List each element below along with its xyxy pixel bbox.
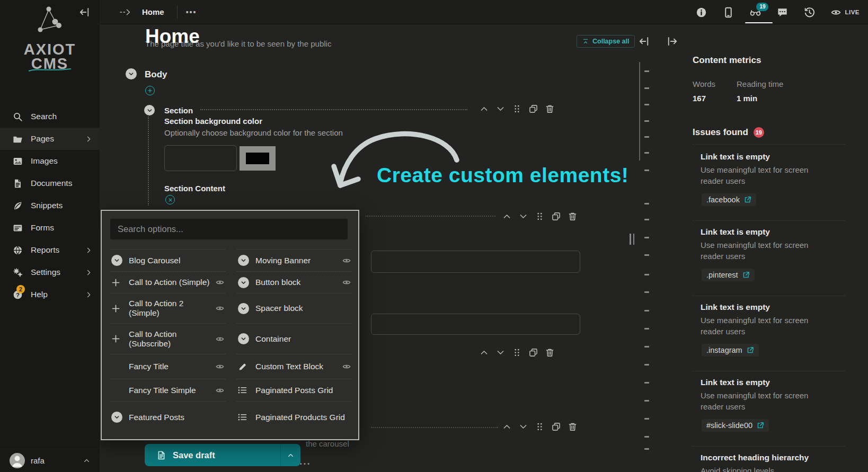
option-lead-icon: [238, 333, 251, 345]
expand-right-pane-icon[interactable]: [667, 36, 677, 47]
visibility-toggle-icon[interactable]: [216, 335, 224, 343]
duplicate-button[interactable]: [552, 212, 561, 221]
element-search-input[interactable]: [110, 219, 348, 239]
picker-row: Blog Carousel Moving Banner: [110, 249, 352, 271]
search-icon: [13, 112, 23, 122]
minimap-dash: [644, 237, 649, 238]
picker-row: Call to Action 2 (Simple) Spacer block: [110, 293, 352, 323]
review-glasses-icon[interactable]: 19: [750, 7, 761, 18]
section-leader-line: [200, 109, 467, 110]
element-option-container[interactable]: Container: [237, 323, 352, 354]
logo-text-line2: CMS: [0, 57, 100, 71]
option-label: Fancy Title Simple: [129, 386, 216, 395]
remove-element-button[interactable]: [165, 195, 175, 204]
drag-handle[interactable]: [512, 348, 521, 357]
element-option-fancy-title-simple[interactable]: Fancy Title Simple: [110, 379, 225, 401]
bg-color-input[interactable]: [164, 145, 237, 171]
move-up-button[interactable]: [502, 212, 511, 221]
bg-color-swatch[interactable]: [240, 146, 276, 171]
duplicate-button[interactable]: [529, 348, 538, 357]
sidebar-item-images[interactable]: Images: [0, 150, 100, 172]
save-options-button[interactable]: [281, 452, 300, 459]
element-option-paginated-products-grid[interactable]: Paginated Products Grid: [237, 401, 352, 433]
drag-handle[interactable]: [535, 422, 544, 431]
drag-handle[interactable]: [512, 104, 521, 113]
user-menu[interactable]: rafa: [0, 449, 100, 472]
element-option-call-to-action-2-simple[interactable]: Call to Action 2 (Simple): [110, 293, 225, 323]
sidebar-item-settings[interactable]: Settings: [0, 261, 100, 283]
move-down-button[interactable]: [519, 212, 528, 221]
visibility-toggle-icon[interactable]: [342, 256, 351, 265]
info-icon[interactable]: [696, 7, 707, 18]
move-down-button[interactable]: [496, 104, 505, 113]
goto-arrow-icon[interactable]: [119, 8, 132, 16]
minimap-dash: [644, 418, 649, 420]
element-option-spacer-block[interactable]: Spacer block: [237, 293, 352, 323]
sidebar-item-help[interactable]: ?2 Help: [0, 283, 100, 306]
drag-handle[interactable]: [535, 212, 544, 221]
option-lead-icon: [111, 333, 124, 345]
collapse-left-pane-icon[interactable]: [639, 36, 650, 47]
sidebar-item-reports[interactable]: Reports: [0, 239, 100, 261]
panel-resize-handle[interactable]: [630, 234, 634, 245]
issue-description: Avoid skipping levels: [693, 466, 833, 472]
delete-button[interactable]: [568, 212, 577, 221]
issue-target-link[interactable]: .instagram: [702, 344, 759, 357]
minimap-dash: [644, 328, 649, 329]
external-link-icon: [744, 196, 751, 203]
element-option-button-block[interactable]: Button block: [237, 271, 352, 293]
comments-icon[interactable]: [777, 7, 788, 18]
element-option-blog-carousel[interactable]: Blog Carousel: [110, 249, 225, 271]
issue-target-link[interactable]: .facebook: [702, 193, 756, 206]
visibility-toggle-icon[interactable]: [342, 278, 351, 287]
issue-target-link[interactable]: .pinterest: [702, 269, 755, 281]
plus-icon: [111, 278, 120, 287]
duplicate-button[interactable]: [552, 422, 561, 431]
history-icon[interactable]: [804, 7, 815, 18]
element-option-call-to-action-subscribe[interactable]: Call to Action (Subscribe): [110, 323, 225, 354]
collapse-all-button[interactable]: Collapse all: [577, 35, 635, 48]
sidebar-item-snippets[interactable]: Snippets: [0, 194, 100, 217]
visibility-toggle-icon[interactable]: [216, 386, 224, 395]
sidebar-item-documents[interactable]: Documents: [0, 172, 100, 194]
move-up-button[interactable]: [480, 104, 489, 113]
move-down-button[interactable]: [519, 422, 528, 431]
body-collapse-icon[interactable]: [126, 68, 137, 79]
text-field[interactable]: [371, 314, 580, 335]
more-options-dots[interactable]: ...: [299, 456, 311, 467]
sidebar-item-label: Documents: [31, 179, 92, 188]
save-draft-button[interactable]: Save draft: [145, 444, 300, 466]
move-up-button[interactable]: [502, 422, 511, 431]
visibility-toggle-icon[interactable]: [216, 304, 224, 313]
sidebar-item-pages[interactable]: Pages: [0, 128, 100, 150]
mobile-preview-icon[interactable]: [723, 7, 734, 18]
visibility-toggle-icon[interactable]: [216, 278, 224, 287]
delete-button[interactable]: [545, 348, 554, 357]
scrollbar[interactable]: [639, 62, 640, 161]
live-preview-button[interactable]: LIVE: [831, 7, 860, 17]
delete-button[interactable]: [568, 422, 577, 431]
delete-button[interactable]: [545, 104, 554, 113]
element-option-featured-posts[interactable]: Featured Posts: [110, 401, 225, 433]
element-option-moving-banner[interactable]: Moving Banner: [237, 249, 352, 271]
minimap-dash: [644, 436, 649, 438]
issue-item: Link text is empty Use meaningful text f…: [693, 146, 845, 221]
text-field[interactable]: [371, 251, 580, 273]
option-label: Paginated Posts Grid: [255, 386, 351, 395]
element-option-custom-text-block[interactable]: Custom Text Block: [237, 354, 352, 379]
move-down-button[interactable]: [496, 348, 505, 357]
section-collapse-icon[interactable]: [144, 105, 155, 115]
tab-home[interactable]: Home: [142, 7, 164, 16]
element-option-paginated-posts-grid[interactable]: Paginated Posts Grid: [237, 379, 352, 401]
move-up-button[interactable]: [480, 348, 489, 357]
issue-target-link[interactable]: #slick-slide00: [702, 419, 769, 432]
add-element-button[interactable]: [145, 86, 155, 95]
visibility-toggle-icon[interactable]: [342, 362, 351, 371]
duplicate-button[interactable]: [529, 104, 538, 113]
element-option-call-to-action-simple[interactable]: Call to Action (Simple): [110, 271, 225, 293]
tab-more-button[interactable]: •••: [186, 8, 197, 16]
visibility-toggle-icon[interactable]: [216, 362, 224, 371]
sidebar-item-search[interactable]: Search: [0, 105, 100, 128]
element-option-fancy-title[interactable]: Fancy Title: [110, 354, 225, 379]
sidebar-item-forms[interactable]: Forms: [0, 217, 100, 239]
